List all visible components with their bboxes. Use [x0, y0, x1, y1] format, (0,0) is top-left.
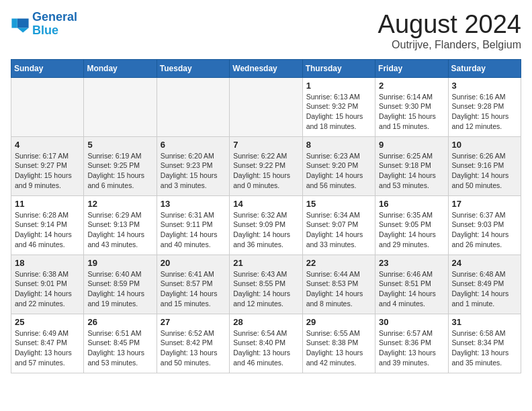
calendar-cell: 21Sunrise: 6:43 AM Sunset: 8:55 PM Dayli…	[230, 255, 302, 314]
day-info: Sunrise: 6:37 AM Sunset: 9:03 PM Dayligh…	[452, 210, 517, 250]
day-number: 18	[15, 258, 80, 268]
calendar-cell: 11Sunrise: 6:28 AM Sunset: 9:14 PM Dayli…	[11, 195, 84, 255]
day-number: 14	[233, 199, 298, 209]
calendar-cell: 2Sunrise: 6:14 AM Sunset: 9:30 PM Daylig…	[375, 77, 448, 136]
calendar-cell: 30Sunrise: 6:57 AM Sunset: 8:36 PM Dayli…	[375, 314, 448, 373]
svg-marker-0	[17, 18, 29, 28]
day-info: Sunrise: 6:19 AM Sunset: 9:25 PM Dayligh…	[87, 151, 152, 191]
day-info: Sunrise: 6:49 AM Sunset: 8:47 PM Dayligh…	[15, 328, 80, 368]
calendar-cell: 13Sunrise: 6:31 AM Sunset: 9:11 PM Dayli…	[157, 195, 229, 255]
logo-text: General Blue	[32, 11, 77, 38]
calendar-week-row: 25Sunrise: 6:49 AM Sunset: 8:47 PM Dayli…	[11, 314, 521, 373]
day-number: 15	[306, 199, 371, 209]
calendar-cell: 7Sunrise: 6:22 AM Sunset: 9:22 PM Daylig…	[230, 136, 302, 195]
calendar-cell: 4Sunrise: 6:17 AM Sunset: 9:27 PM Daylig…	[11, 136, 84, 195]
calendar-cell: 20Sunrise: 6:41 AM Sunset: 8:57 PM Dayli…	[157, 255, 229, 314]
day-number: 17	[452, 199, 517, 209]
day-number: 11	[15, 199, 80, 209]
day-info: Sunrise: 6:58 AM Sunset: 8:34 PM Dayligh…	[452, 328, 517, 368]
calendar-cell: 1Sunrise: 6:13 AM Sunset: 9:32 PM Daylig…	[302, 77, 375, 136]
day-info: Sunrise: 6:22 AM Sunset: 9:22 PM Dayligh…	[233, 151, 298, 191]
calendar-cell: 5Sunrise: 6:19 AM Sunset: 9:25 PM Daylig…	[84, 136, 157, 195]
weekday-header: Sunday	[11, 59, 84, 77]
day-info: Sunrise: 6:40 AM Sunset: 8:59 PM Dayligh…	[87, 269, 152, 309]
calendar-cell: 22Sunrise: 6:44 AM Sunset: 8:53 PM Dayli…	[302, 255, 375, 314]
day-number: 22	[306, 258, 371, 268]
day-info: Sunrise: 6:29 AM Sunset: 9:13 PM Dayligh…	[87, 210, 152, 250]
calendar-cell: 28Sunrise: 6:54 AM Sunset: 8:40 PM Dayli…	[230, 314, 302, 373]
day-info: Sunrise: 6:35 AM Sunset: 9:05 PM Dayligh…	[379, 210, 444, 250]
weekday-header: Thursday	[302, 59, 375, 77]
day-info: Sunrise: 6:16 AM Sunset: 9:28 PM Dayligh…	[452, 92, 517, 132]
weekday-header: Tuesday	[157, 59, 229, 77]
weekday-header: Friday	[375, 59, 448, 77]
day-number: 25	[15, 317, 80, 327]
calendar-week-row: 1Sunrise: 6:13 AM Sunset: 9:32 PM Daylig…	[11, 77, 521, 136]
calendar-cell: 17Sunrise: 6:37 AM Sunset: 9:03 PM Dayli…	[448, 195, 521, 255]
day-number: 19	[87, 258, 152, 268]
calendar-cell: 24Sunrise: 6:48 AM Sunset: 8:49 PM Dayli…	[448, 255, 521, 314]
day-number: 20	[161, 258, 226, 268]
calendar-cell: 26Sunrise: 6:51 AM Sunset: 8:45 PM Dayli…	[84, 314, 157, 373]
calendar-cell: 27Sunrise: 6:52 AM Sunset: 8:42 PM Dayli…	[157, 314, 229, 373]
logo: General Blue	[11, 11, 77, 38]
day-number: 30	[379, 317, 444, 327]
calendar-cell: 3Sunrise: 6:16 AM Sunset: 9:28 PM Daylig…	[448, 77, 521, 136]
day-info: Sunrise: 6:41 AM Sunset: 8:57 PM Dayligh…	[161, 269, 226, 309]
calendar-cell: 12Sunrise: 6:29 AM Sunset: 9:13 PM Dayli…	[84, 195, 157, 255]
day-info: Sunrise: 6:13 AM Sunset: 9:32 PM Dayligh…	[306, 92, 371, 132]
page-header: General Blue August 2024 Outrijve, Fland…	[11, 11, 521, 51]
svg-marker-2	[11, 18, 17, 28]
day-info: Sunrise: 6:23 AM Sunset: 9:20 PM Dayligh…	[306, 151, 371, 191]
weekday-header: Monday	[84, 59, 157, 77]
day-info: Sunrise: 6:54 AM Sunset: 8:40 PM Dayligh…	[233, 328, 298, 368]
calendar-cell	[11, 77, 84, 136]
day-info: Sunrise: 6:43 AM Sunset: 8:55 PM Dayligh…	[233, 269, 298, 309]
day-number: 4	[15, 140, 80, 150]
logo-line2: Blue	[32, 24, 58, 37]
day-info: Sunrise: 6:55 AM Sunset: 8:38 PM Dayligh…	[306, 328, 371, 368]
day-number: 27	[161, 317, 226, 327]
calendar-week-row: 4Sunrise: 6:17 AM Sunset: 9:27 PM Daylig…	[11, 136, 521, 195]
calendar-cell: 16Sunrise: 6:35 AM Sunset: 9:05 PM Dayli…	[375, 195, 448, 255]
day-number: 9	[379, 140, 444, 150]
calendar-cell: 18Sunrise: 6:38 AM Sunset: 9:01 PM Dayli…	[11, 255, 84, 314]
calendar-cell	[84, 77, 157, 136]
calendar-cell: 14Sunrise: 6:32 AM Sunset: 9:09 PM Dayli…	[230, 195, 302, 255]
day-number: 12	[87, 199, 152, 209]
calendar-cell: 29Sunrise: 6:55 AM Sunset: 8:38 PM Dayli…	[302, 314, 375, 373]
day-number: 24	[452, 258, 517, 268]
day-number: 1	[306, 81, 371, 91]
title-block: August 2024 Outrijve, Flanders, Belgium	[378, 11, 521, 51]
svg-marker-1	[17, 28, 29, 32]
day-number: 16	[379, 199, 444, 209]
calendar-cell: 31Sunrise: 6:58 AM Sunset: 8:34 PM Dayli…	[448, 314, 521, 373]
calendar-cell	[230, 77, 302, 136]
day-info: Sunrise: 6:38 AM Sunset: 9:01 PM Dayligh…	[15, 269, 80, 309]
calendar-week-row: 18Sunrise: 6:38 AM Sunset: 9:01 PM Dayli…	[11, 255, 521, 314]
day-number: 3	[452, 81, 517, 91]
day-number: 13	[161, 199, 226, 209]
day-number: 29	[306, 317, 371, 327]
day-number: 21	[233, 258, 298, 268]
weekday-header: Saturday	[448, 59, 521, 77]
day-info: Sunrise: 6:32 AM Sunset: 9:09 PM Dayligh…	[233, 210, 298, 250]
day-number: 28	[233, 317, 298, 327]
calendar-cell: 6Sunrise: 6:20 AM Sunset: 9:23 PM Daylig…	[157, 136, 229, 195]
calendar-cell: 10Sunrise: 6:26 AM Sunset: 9:16 PM Dayli…	[448, 136, 521, 195]
calendar-table: SundayMondayTuesdayWednesdayThursdayFrid…	[11, 59, 521, 373]
day-info: Sunrise: 6:25 AM Sunset: 9:18 PM Dayligh…	[379, 151, 444, 191]
day-info: Sunrise: 6:57 AM Sunset: 8:36 PM Dayligh…	[379, 328, 444, 368]
calendar-cell: 9Sunrise: 6:25 AM Sunset: 9:18 PM Daylig…	[375, 136, 448, 195]
calendar-cell	[157, 77, 229, 136]
day-number: 6	[161, 140, 226, 150]
calendar-cell: 23Sunrise: 6:46 AM Sunset: 8:51 PM Dayli…	[375, 255, 448, 314]
weekday-header: Wednesday	[230, 59, 302, 77]
day-number: 10	[452, 140, 517, 150]
day-info: Sunrise: 6:14 AM Sunset: 9:30 PM Dayligh…	[379, 92, 444, 132]
day-info: Sunrise: 6:44 AM Sunset: 8:53 PM Dayligh…	[306, 269, 371, 309]
calendar-cell: 19Sunrise: 6:40 AM Sunset: 8:59 PM Dayli…	[84, 255, 157, 314]
calendar-cell: 25Sunrise: 6:49 AM Sunset: 8:47 PM Dayli…	[11, 314, 84, 373]
day-number: 7	[233, 140, 298, 150]
day-info: Sunrise: 6:51 AM Sunset: 8:45 PM Dayligh…	[87, 328, 152, 368]
